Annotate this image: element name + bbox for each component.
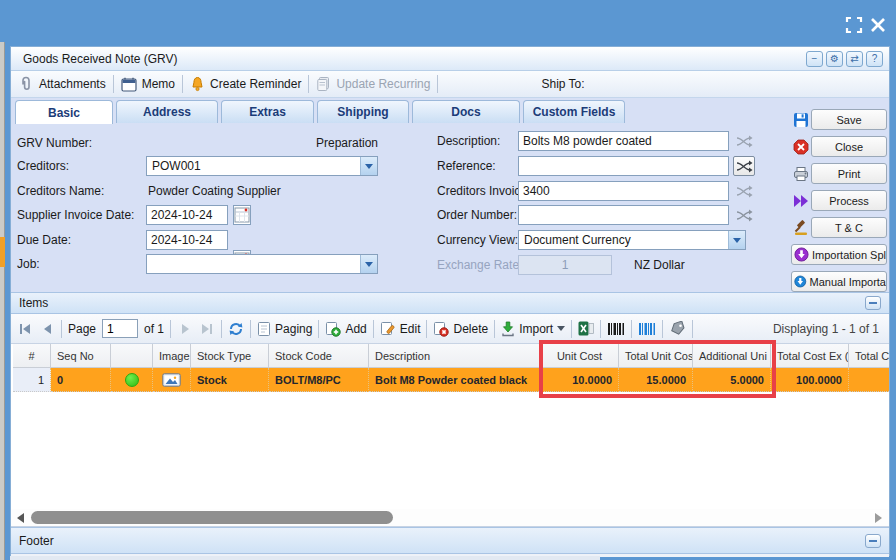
barcode-print-button[interactable] — [607, 322, 625, 336]
col-header-total-unit-cost[interactable]: Total Unit Cos — [619, 344, 693, 368]
memo-button[interactable]: Memo — [121, 77, 175, 92]
tab-strip: Basic Address Extras Shipping Docs Custo… — [15, 100, 625, 124]
currency-view-value: Document Currency — [519, 233, 728, 247]
row-total-unit-cost-cell: 15.0000 — [619, 368, 693, 392]
items-toolbar: Page of 1 Paging Add Edit Delete — [11, 314, 889, 344]
barcode-scan-button[interactable] — [638, 322, 656, 336]
page-number-input[interactable] — [102, 319, 138, 338]
background-app-edge — [0, 42, 5, 560]
minus-icon — [869, 540, 877, 542]
create-reminder-button[interactable]: Create Reminder — [190, 76, 301, 92]
currency-name-value: NZ Dollar — [634, 255, 685, 275]
col-header-image[interactable]: Image — [153, 344, 191, 368]
description-input[interactable] — [518, 131, 729, 151]
scroll-left-arrow[interactable] — [17, 513, 24, 523]
gavel-icon — [791, 220, 811, 236]
printer-icon — [791, 166, 811, 182]
order-number-lookup-button[interactable] — [733, 205, 755, 225]
order-number-input[interactable] — [518, 205, 729, 225]
col-header-unit-cost[interactable]: Unit Cost — [541, 344, 619, 368]
col-header-total-cost[interactable]: Total Cos — [849, 344, 889, 368]
toolbar-separator — [571, 320, 572, 338]
tab-custom-fields[interactable]: Custom Fields — [523, 100, 625, 123]
items-collapse-button[interactable] — [865, 296, 881, 310]
triangle-left-icon — [44, 324, 51, 334]
col-header-seq-no[interactable]: Seq No — [51, 344, 111, 368]
col-header-additional-unit[interactable]: Additional Uni — [693, 344, 771, 368]
close-button[interactable]: Close — [811, 136, 887, 157]
paging-button[interactable]: Paging — [257, 321, 312, 337]
close-icon[interactable] — [869, 16, 887, 34]
row-total-cost-ex-cell: 100.0000 — [771, 368, 849, 392]
export-excel-button[interactable] — [578, 321, 594, 336]
minimize-button[interactable]: − — [806, 51, 823, 67]
next-page-button[interactable] — [177, 321, 193, 337]
creditors-invoice-lookup-button[interactable] — [733, 181, 755, 201]
supplier-invoice-date-label: Supplier Invoice Date: — [17, 205, 134, 225]
row-image-cell[interactable] — [153, 368, 191, 392]
currency-view-dropdown-button[interactable] — [728, 231, 745, 249]
manual-import-label: Manual Importa — [810, 276, 886, 288]
edit-row-button[interactable]: Edit — [380, 321, 421, 337]
last-page-icon — [210, 324, 212, 334]
order-number-label: Order Number: — [437, 205, 517, 225]
label-tag-button[interactable] — [669, 321, 686, 336]
row-total-cost-cell — [849, 368, 889, 392]
paperclip-icon — [19, 76, 34, 92]
shuffle-icon — [736, 184, 753, 199]
items-section-header: Items — [11, 292, 889, 314]
horizontal-scrollbar[interactable] — [11, 509, 889, 527]
job-dropdown-button[interactable] — [360, 255, 377, 273]
prev-page-button[interactable] — [39, 321, 55, 337]
delete-label: Delete — [453, 322, 488, 336]
tab-shipping[interactable]: Shipping — [317, 100, 409, 123]
update-recurring-button[interactable]: Update Recurring — [316, 76, 430, 92]
col-header-stock-code[interactable]: Stock Code — [269, 344, 369, 368]
grv-dialog: Goods Received Note (GRV) − ⚙ ⇄ ? Attach… — [10, 46, 890, 556]
row-seq-cell: 0 — [51, 368, 111, 392]
refresh-grid-button[interactable] — [228, 321, 244, 337]
tab-extras[interactable]: Extras — [221, 100, 314, 123]
first-page-button[interactable] — [17, 321, 33, 337]
tab-address[interactable]: Address — [116, 100, 218, 123]
supplier-invoice-date-input[interactable] — [146, 205, 228, 225]
add-row-button[interactable]: Add — [325, 321, 366, 337]
fullscreen-icon[interactable] — [845, 16, 863, 34]
toolbar-separator — [373, 320, 374, 338]
col-header-description[interactable]: Description — [369, 344, 541, 368]
importation-split-button[interactable]: Importation Spl — [791, 244, 887, 265]
tab-basic[interactable]: Basic — [15, 100, 113, 124]
settings-button[interactable]: ⚙ — [826, 51, 843, 67]
col-header-num[interactable]: # — [13, 344, 51, 368]
process-button[interactable]: Process — [811, 190, 887, 211]
scroll-right-arrow[interactable] — [875, 513, 882, 523]
col-header-total-cost-ex[interactable]: Total Cost Ex ( — [771, 344, 849, 368]
import-button[interactable]: Import — [501, 321, 565, 337]
description-lookup-button[interactable] — [733, 131, 755, 151]
tandc-button[interactable]: T & C — [811, 217, 887, 238]
help-button[interactable]: ? — [866, 51, 883, 67]
col-header-stock-type[interactable]: Stock Type — [191, 344, 269, 368]
job-combobox[interactable] — [146, 254, 378, 274]
delete-row-button[interactable]: Delete — [433, 321, 488, 337]
col-header-status[interactable] — [111, 344, 153, 368]
currency-view-combobox[interactable]: Document Currency — [518, 230, 746, 250]
tab-docs[interactable]: Docs — [412, 100, 520, 123]
footer-collapse-button[interactable] — [865, 534, 881, 548]
due-date-input[interactable] — [146, 230, 228, 250]
attachments-button[interactable]: Attachments — [19, 76, 106, 92]
creditors-dropdown-button[interactable] — [360, 157, 377, 175]
manual-import-button[interactable]: Manual Importa — [791, 271, 887, 292]
supplier-invoice-date-picker-button[interactable] — [233, 205, 251, 225]
last-page-button[interactable] — [199, 321, 215, 337]
table-row[interactable]: 1 0 Stock BOLT/M8/PC Bolt M8 Powder coat… — [13, 368, 889, 392]
save-button[interactable]: Save — [811, 109, 887, 130]
creditors-invoice-no-input[interactable] — [518, 181, 729, 201]
reference-input[interactable] — [518, 156, 729, 176]
print-button[interactable]: Print — [811, 163, 887, 184]
reference-lookup-button[interactable] — [733, 156, 755, 176]
refresh-button[interactable]: ⇄ — [846, 51, 863, 67]
creditors-combobox[interactable]: POW001 — [146, 156, 378, 176]
scrollbar-thumb[interactable] — [31, 511, 393, 524]
toolbar-separator — [170, 320, 171, 338]
